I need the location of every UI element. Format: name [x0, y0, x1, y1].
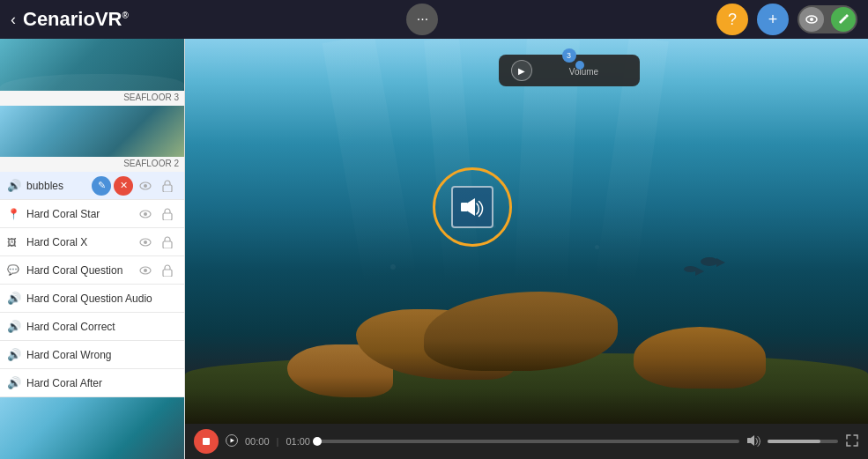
layer-item-hard-coral-wrong[interactable]: 🔊 Hard Coral Wrong	[0, 341, 184, 369]
play-button[interactable]	[226, 434, 238, 449]
top-bar-center-spacer: ···	[406, 4, 438, 35]
volume-label: Volume	[541, 67, 627, 77]
volume-popup: 3 ▶ Volume	[499, 55, 640, 86]
layer-item-hard-coral-question[interactable]: 💬 Hard Coral Question	[0, 256, 184, 285]
dots-icon: ···	[417, 11, 428, 27]
visibility-button-hard-coral-star[interactable]	[136, 204, 155, 224]
speaker-small-icon	[746, 434, 760, 447]
bubble-1	[390, 264, 396, 270]
vol-badge: 3	[562, 48, 576, 63]
top-bar-left: ‹ CenarioVR®	[11, 8, 129, 31]
fish-2	[684, 266, 697, 272]
layer-item-hard-coral-star[interactable]: 📍 Hard Coral Star	[0, 200, 184, 228]
sidebar: SEAFLOOR 3 SEAFLOOR 2 🔊 bubbles ✎ ✕	[0, 39, 185, 459]
record-icon	[201, 436, 211, 447]
top-bar-right: ? +	[716, 4, 857, 35]
audio-icon-hard-coral-question-audio: 🔊	[7, 292, 23, 305]
layer-item-hard-coral-x[interactable]: 🖼 Hard Coral X	[0, 228, 184, 256]
volume-icon-timeline	[746, 434, 760, 449]
layer-actions-hard-coral-star	[136, 204, 177, 224]
svg-point-9	[144, 241, 147, 244]
coral-reef	[185, 283, 868, 424]
svg-rect-4	[163, 185, 172, 192]
layer-name-hard-coral-x: Hard Coral X	[23, 236, 136, 248]
back-button[interactable]: ‹	[11, 11, 16, 29]
layer-name-bubbles: bubbles	[23, 180, 92, 192]
reef-coral-4	[634, 327, 766, 389]
time-separator: |	[277, 436, 279, 447]
layer-item-hard-coral-question-audio[interactable]: 🔊 Hard Coral Question Audio	[0, 285, 184, 313]
record-button[interactable]	[194, 429, 219, 454]
lock-icon-bubbles	[162, 180, 173, 192]
audio-icon-hard-coral-wrong: 🔊	[7, 348, 23, 361]
visibility-button-bubbles[interactable]	[136, 176, 155, 196]
lock-button-hard-coral-star[interactable]	[158, 204, 177, 224]
visibility-button-hard-coral-question[interactable]	[136, 261, 155, 280]
layer-actions-bubbles: ✎ ✕	[92, 176, 177, 196]
svg-point-3	[144, 184, 147, 188]
fish-1	[701, 257, 718, 266]
eye-icon-hard-coral-star	[139, 210, 152, 218]
delete-layer-button-bubbles[interactable]: ✕	[114, 176, 133, 196]
help-button[interactable]: ?	[716, 4, 748, 35]
visibility-button-hard-coral-x[interactable]	[136, 233, 155, 252]
bubble-3	[595, 245, 599, 249]
current-time: 00:00	[245, 436, 270, 447]
volume-play-button[interactable]: ▶	[511, 60, 532, 81]
layer-item-hard-coral-correct[interactable]: 🔊 Hard Coral Correct	[0, 313, 184, 341]
volume-track-timeline[interactable]	[768, 440, 838, 443]
layer-name-hard-coral-correct: Hard Coral Correct	[23, 321, 177, 333]
lock-icon-hard-coral-x	[162, 236, 173, 248]
scene-thumb-seafloor3[interactable]	[0, 39, 184, 91]
chat-icon-hard-coral-question: 💬	[7, 264, 23, 276]
viewport: 3 ▶ Volume	[185, 39, 868, 459]
lock-button-hard-coral-question[interactable]	[158, 261, 177, 280]
timeline-knob[interactable]	[313, 437, 322, 446]
bottom-scene-thumb[interactable]	[0, 397, 184, 459]
lock-icon-hard-coral-question	[162, 264, 173, 277]
expand-button[interactable]	[845, 433, 859, 450]
svg-rect-14	[461, 203, 468, 211]
audio-icon-hard-coral-correct: 🔊	[7, 320, 23, 333]
plus-icon: +	[768, 11, 778, 29]
audio-icon-box	[451, 186, 493, 228]
layer-name-hard-coral-wrong: Hard Coral Wrong	[23, 349, 177, 361]
timeline-track[interactable]	[317, 440, 739, 443]
audio-icon-bubbles: 🔊	[7, 179, 23, 192]
svg-rect-10	[163, 241, 172, 248]
viewport-background	[185, 39, 868, 459]
question-icon: ?	[728, 11, 737, 29]
lock-button-hard-coral-x[interactable]	[158, 233, 177, 252]
pin-icon-hard-coral-star: 📍	[7, 208, 23, 220]
eye-icon	[799, 7, 824, 32]
eye-icon-hard-coral-question	[139, 266, 152, 275]
audio-icon-container[interactable]	[433, 167, 512, 247]
svg-rect-7	[163, 213, 172, 220]
play-icon	[226, 434, 238, 447]
lock-icon-hard-coral-star	[162, 208, 173, 220]
top-bar: ‹ CenarioVR® ··· ? +	[0, 0, 868, 39]
eye-icon-hard-coral-x	[139, 238, 152, 247]
add-button[interactable]: +	[757, 4, 789, 35]
svg-rect-17	[747, 438, 751, 443]
scene-thumb-seafloor2[interactable]	[0, 106, 184, 158]
edit-layer-button-bubbles[interactable]: ✎	[92, 176, 111, 196]
view-toggle[interactable]	[798, 5, 857, 33]
volume-knob[interactable]	[575, 61, 584, 70]
audio-icon-hard-coral-after: 🔊	[7, 376, 23, 389]
lock-button-bubbles[interactable]	[158, 176, 177, 196]
layer-name-hard-coral-star: Hard Coral Star	[23, 208, 136, 220]
scene-label-seafloor2: SEAFLOOR 2	[0, 157, 184, 172]
layer-item-hard-coral-after[interactable]: 🔊 Hard Coral After	[0, 369, 184, 397]
edit-toggle-knob	[831, 7, 856, 32]
svg-rect-15	[203, 438, 210, 445]
main-content: SEAFLOOR 3 SEAFLOOR 2 🔊 bubbles ✎ ✕	[0, 39, 868, 459]
expand-icon	[845, 433, 859, 448]
app-logo: CenarioVR®	[23, 8, 129, 31]
more-options-button[interactable]: ···	[406, 4, 438, 35]
image-icon-hard-coral-x: 🖼	[7, 237, 23, 248]
volume-track-container: Volume	[541, 65, 627, 77]
layer-name-hard-coral-question: Hard Coral Question	[23, 264, 136, 277]
layer-actions-hard-coral-question	[136, 261, 177, 280]
layer-item-bubbles[interactable]: 🔊 bubbles ✎ ✕	[0, 172, 184, 200]
